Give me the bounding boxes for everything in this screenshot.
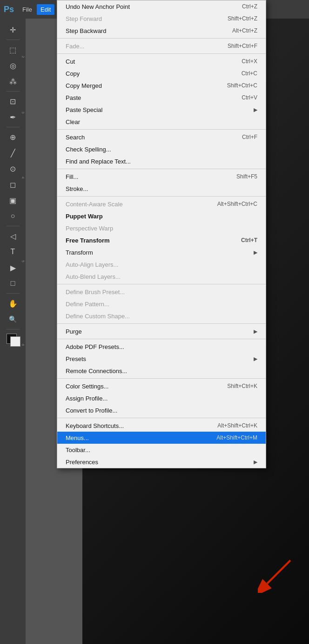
tool-foreground-bg[interactable] (5, 332, 21, 348)
menu-item-fill[interactable]: Fill... Shift+F5 (57, 171, 266, 183)
separator-5 (57, 196, 266, 197)
menu-item-menus-label: Menus... (66, 434, 89, 441)
tool-lasso[interactable]: ◎ (5, 58, 21, 73)
menu-item-step-backward[interactable]: Step Backward Alt+Ctrl+Z (57, 25, 266, 37)
menu-item-fade[interactable]: Fade... Shift+Ctrl+F (57, 40, 266, 52)
menu-item-free-transform-shortcut: Ctrl+T (241, 237, 257, 243)
menu-item-adobe-pdf-presets[interactable]: Adobe PDF Presets... (57, 341, 266, 353)
menu-item-step-forward[interactable]: Step Forward Shift+Ctrl+Z (57, 13, 266, 25)
tool-hand[interactable]: ✋ (5, 296, 21, 311)
menu-item-cas-shortcut: Alt+Shift+Ctrl+C (217, 201, 257, 207)
tool-text[interactable]: T (5, 244, 21, 259)
tool-separator-6 (7, 329, 20, 329)
menu-item-find-replace-label: Find and Replace Text... (66, 158, 131, 165)
menu-item-find-replace[interactable]: Find and Replace Text... (57, 155, 266, 167)
tool-dodge[interactable]: ○ (5, 209, 21, 223)
tool-marquee[interactable]: ⬚ (5, 42, 21, 57)
separator-8 (57, 339, 266, 339)
menu-item-paste-special-label: Paste Special (66, 106, 103, 113)
menu-item-step-forward-label: Step Forward (66, 15, 102, 22)
menu-item-auto-blend-layers[interactable]: Auto-Blend Layers... (57, 270, 266, 283)
menu-item-purge[interactable]: Purge ▶ (57, 325, 266, 337)
preferences-arrow-icon: ▶ (254, 459, 257, 465)
menu-item-cut[interactable]: Cut Ctrl+X (57, 55, 266, 67)
menu-item-paste-shortcut: Ctrl+V (242, 94, 257, 101)
tool-crop[interactable]: ⊡ (5, 94, 21, 109)
separator-1 (57, 38, 266, 39)
ps-logo: Ps (4, 5, 14, 14)
purge-arrow-icon: ▶ (254, 329, 257, 335)
tool-shape[interactable]: □ (5, 276, 21, 291)
menu-item-paste[interactable]: Paste Ctrl+V (57, 92, 266, 104)
ruler-mark-4: 4 (21, 177, 25, 178)
tool-pen[interactable]: ◁ (5, 229, 21, 243)
menu-item-copy-label: Copy (66, 70, 80, 77)
menu-item-keyboard-shortcuts[interactable]: Keyboard Shortcuts... Alt+Shift+Ctrl+K (57, 420, 266, 432)
tool-brush[interactable]: ╱ (5, 145, 21, 160)
menu-item-remote-connections[interactable]: Remote Connections... (57, 365, 266, 377)
menu-item-step-backward-shortcut: Alt+Ctrl+Z (232, 27, 257, 34)
menu-item-fill-label: Fill... (66, 173, 78, 180)
menu-item-color-settings[interactable]: Color Settings... Shift+Ctrl+K (57, 380, 266, 392)
tool-path-select[interactable]: ▶ (5, 260, 21, 275)
menu-item-define-pattern[interactable]: Define Pattern... (57, 298, 266, 310)
separator-3 (57, 129, 266, 130)
separator-4 (57, 169, 266, 169)
transform-arrow-icon: ▶ (254, 250, 257, 256)
menu-item-auto-blend-label: Auto-Blend Layers... (66, 273, 121, 280)
tool-spot-heal[interactable]: ⊕ (5, 130, 21, 145)
menu-item-search[interactable]: Search Ctrl+F (57, 131, 266, 143)
tool-separator-4 (7, 226, 20, 226)
ruler-mark-6: 6 (21, 344, 25, 346)
separator-7 (57, 323, 266, 324)
menu-item-paste-special[interactable]: Paste Special ▶ (57, 104, 266, 116)
menu-item-perspective-warp[interactable]: Perspective Warp (57, 222, 266, 234)
menu-file[interactable]: File (19, 4, 36, 15)
tool-eyedropper[interactable]: ✒ (5, 110, 21, 125)
menu-item-copy[interactable]: Copy Ctrl+C (57, 67, 266, 79)
menu-item-toolbar[interactable]: Toolbar... (57, 444, 266, 456)
tool-eraser[interactable]: ◻ (5, 177, 21, 192)
menu-item-adobe-pdf-presets-label: Adobe PDF Presets... (66, 343, 124, 350)
tool-separator-5 (7, 293, 20, 294)
menu-item-clear[interactable]: Clear (57, 116, 266, 128)
tool-separator-1 (7, 39, 20, 40)
separator-10 (57, 418, 266, 418)
tool-clone[interactable]: ⊙ (5, 161, 21, 176)
tool-separator-3 (7, 127, 20, 127)
menu-item-menus[interactable]: Menus... Alt+Shift+Ctrl+M (57, 432, 266, 444)
menu-item-check-spelling[interactable]: Check Spelling... (57, 143, 266, 155)
menu-item-step-forward-shortcut: Shift+Ctrl+Z (228, 15, 257, 22)
paste-special-arrow-icon: ▶ (254, 107, 257, 113)
tool-magic-wand[interactable]: ⁂ (5, 74, 21, 89)
menu-item-copy-merged[interactable]: Copy Merged Shift+Ctrl+C (57, 79, 266, 92)
menu-item-content-aware-scale[interactable]: Content-Aware Scale Alt+Shift+Ctrl+C (57, 198, 266, 210)
menu-item-assign-profile[interactable]: Assign Profile... (57, 392, 266, 404)
menu-item-stroke[interactable]: Stroke... (57, 183, 266, 195)
menu-item-transform[interactable]: Transform ▶ (57, 246, 266, 258)
tool-gradient[interactable]: ▣ (5, 193, 21, 208)
menu-item-presets[interactable]: Presets ▶ (57, 353, 266, 365)
menu-item-define-custom-shape[interactable]: Define Custom Shape... (57, 310, 266, 322)
menu-edit[interactable]: Edit (37, 4, 54, 15)
menu-item-puppet-warp[interactable]: Puppet Warp (57, 210, 266, 222)
presets-arrow-icon: ▶ (254, 356, 257, 362)
menu-item-define-brush[interactable]: Define Brush Preset... (57, 286, 266, 298)
menu-item-preferences[interactable]: Preferences ▶ (57, 456, 266, 468)
tool-zoom[interactable]: 🔍 (5, 312, 21, 327)
menu-item-undo[interactable]: Undo New Anchor Point Ctrl+Z (57, 0, 266, 13)
tool-move[interactable]: ✛ (5, 22, 21, 37)
menu-item-free-transform[interactable]: Free Transform Ctrl+T (57, 234, 266, 246)
svg-line-1 (267, 560, 290, 584)
red-arrow-indicator (258, 556, 295, 593)
menu-item-check-spelling-label: Check Spelling... (66, 146, 111, 153)
menu-item-copy-shortcut: Ctrl+C (242, 70, 257, 77)
menu-item-color-settings-shortcut: Shift+Ctrl+K (227, 383, 257, 389)
menu-item-clear-label: Clear (66, 118, 80, 125)
separator-2 (57, 53, 266, 54)
menu-item-define-pattern-label: Define Pattern... (66, 301, 109, 308)
ruler-mark-5: 5 (21, 260, 25, 262)
menu-item-auto-align-layers[interactable]: Auto-Align Layers... (57, 258, 266, 270)
menu-item-free-transform-label: Free Transform (66, 237, 110, 244)
menu-item-convert-to-profile[interactable]: Convert to Profile... (57, 404, 266, 416)
